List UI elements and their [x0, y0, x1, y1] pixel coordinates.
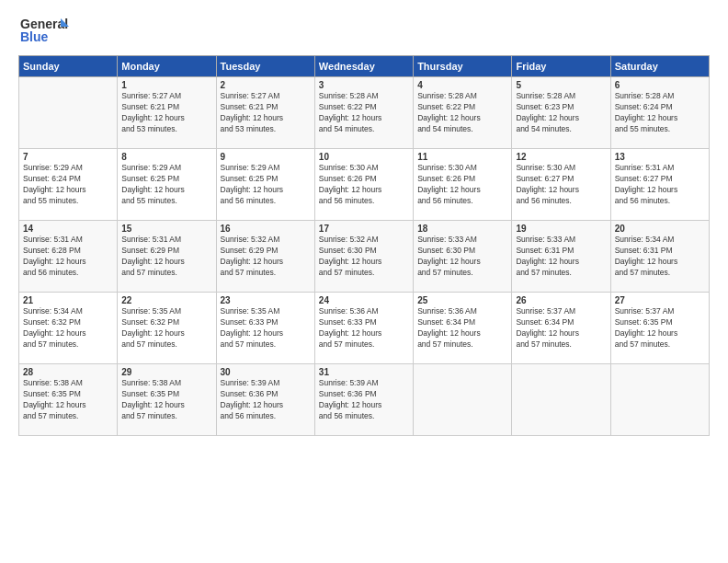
day-info: Sunrise: 5:27 AM Sunset: 6:21 PM Dayligh…: [121, 91, 211, 135]
day-number: 22: [121, 295, 211, 305]
day-number: 25: [417, 295, 507, 305]
day-number: 29: [121, 367, 211, 377]
day-number: 26: [516, 295, 606, 305]
day-cell: 29Sunrise: 5:38 AM Sunset: 6:35 PM Dayli…: [118, 364, 216, 436]
day-cell: 8Sunrise: 5:29 AM Sunset: 6:25 PM Daylig…: [118, 149, 216, 221]
day-info: Sunrise: 5:39 AM Sunset: 6:36 PM Dayligh…: [319, 378, 409, 422]
day-number: 1: [121, 80, 211, 90]
day-number: 21: [23, 295, 113, 305]
day-cell: 9Sunrise: 5:29 AM Sunset: 6:25 PM Daylig…: [216, 149, 314, 221]
day-number: 5: [516, 80, 606, 90]
day-cell: [610, 364, 709, 436]
day-number: 24: [319, 295, 409, 305]
day-info: Sunrise: 5:38 AM Sunset: 6:35 PM Dayligh…: [23, 378, 113, 422]
day-cell: 5Sunrise: 5:28 AM Sunset: 6:23 PM Daylig…: [512, 77, 610, 149]
svg-text:Blue: Blue: [20, 29, 49, 44]
week-row-3: 14Sunrise: 5:31 AM Sunset: 6:28 PM Dayli…: [19, 221, 710, 293]
day-cell: 7Sunrise: 5:29 AM Sunset: 6:24 PM Daylig…: [19, 149, 118, 221]
day-number: 7: [23, 152, 113, 162]
day-number: 9: [221, 152, 311, 162]
day-cell: 28Sunrise: 5:38 AM Sunset: 6:35 PM Dayli…: [19, 364, 118, 436]
day-info: Sunrise: 5:36 AM Sunset: 6:33 PM Dayligh…: [319, 306, 409, 350]
day-cell: 18Sunrise: 5:33 AM Sunset: 6:30 PM Dayli…: [414, 221, 512, 293]
day-cell: 10Sunrise: 5:30 AM Sunset: 6:26 PM Dayli…: [314, 149, 413, 221]
day-cell: [512, 364, 610, 436]
day-info: Sunrise: 5:31 AM Sunset: 6:29 PM Dayligh…: [121, 235, 211, 279]
day-cell: 24Sunrise: 5:36 AM Sunset: 6:33 PM Dayli…: [314, 293, 413, 364]
day-info: Sunrise: 5:31 AM Sunset: 6:28 PM Dayligh…: [23, 235, 113, 279]
logo-svg: GeneralBlue: [18, 14, 74, 46]
day-number: 28: [23, 367, 113, 377]
day-number: 3: [319, 80, 409, 90]
day-cell: 13Sunrise: 5:31 AM Sunset: 6:27 PM Dayli…: [610, 149, 709, 221]
day-number: 17: [319, 224, 409, 234]
day-number: 11: [417, 152, 507, 162]
header-cell-wednesday: Wednesday: [314, 56, 413, 77]
day-cell: 25Sunrise: 5:36 AM Sunset: 6:34 PM Dayli…: [414, 293, 512, 364]
header-row: SundayMondayTuesdayWednesdayThursdayFrid…: [19, 56, 710, 77]
day-number: 23: [221, 295, 311, 305]
day-cell: 12Sunrise: 5:30 AM Sunset: 6:27 PM Dayli…: [512, 149, 610, 221]
day-number: 20: [615, 224, 705, 234]
day-info: Sunrise: 5:28 AM Sunset: 6:22 PM Dayligh…: [417, 91, 507, 135]
day-info: Sunrise: 5:34 AM Sunset: 6:32 PM Dayligh…: [23, 306, 113, 350]
day-number: 12: [516, 152, 606, 162]
day-cell: 22Sunrise: 5:35 AM Sunset: 6:32 PM Dayli…: [118, 293, 216, 364]
day-info: Sunrise: 5:33 AM Sunset: 6:31 PM Dayligh…: [516, 235, 606, 279]
week-row-5: 28Sunrise: 5:38 AM Sunset: 6:35 PM Dayli…: [19, 364, 710, 436]
header: GeneralBlue: [18, 14, 710, 46]
day-cell: 4Sunrise: 5:28 AM Sunset: 6:22 PM Daylig…: [414, 77, 512, 149]
day-cell: 23Sunrise: 5:35 AM Sunset: 6:33 PM Dayli…: [216, 293, 314, 364]
day-info: Sunrise: 5:37 AM Sunset: 6:35 PM Dayligh…: [615, 306, 705, 350]
day-cell: 11Sunrise: 5:30 AM Sunset: 6:26 PM Dayli…: [414, 149, 512, 221]
day-info: Sunrise: 5:37 AM Sunset: 6:34 PM Dayligh…: [516, 306, 606, 350]
day-cell: 27Sunrise: 5:37 AM Sunset: 6:35 PM Dayli…: [610, 293, 709, 364]
day-number: 31: [319, 367, 409, 377]
day-info: Sunrise: 5:30 AM Sunset: 6:26 PM Dayligh…: [417, 163, 507, 207]
header-cell-tuesday: Tuesday: [216, 56, 314, 77]
day-info: Sunrise: 5:39 AM Sunset: 6:36 PM Dayligh…: [221, 378, 311, 422]
day-info: Sunrise: 5:38 AM Sunset: 6:35 PM Dayligh…: [121, 378, 211, 422]
day-number: 8: [121, 152, 211, 162]
day-info: Sunrise: 5:28 AM Sunset: 6:23 PM Dayligh…: [516, 91, 606, 135]
day-cell: 21Sunrise: 5:34 AM Sunset: 6:32 PM Dayli…: [19, 293, 118, 364]
day-number: 13: [615, 152, 705, 162]
day-cell: 17Sunrise: 5:32 AM Sunset: 6:30 PM Dayli…: [314, 221, 413, 293]
header-cell-thursday: Thursday: [414, 56, 512, 77]
day-cell: 19Sunrise: 5:33 AM Sunset: 6:31 PM Dayli…: [512, 221, 610, 293]
day-number: 27: [615, 295, 705, 305]
day-cell: 20Sunrise: 5:34 AM Sunset: 6:31 PM Dayli…: [610, 221, 709, 293]
week-row-4: 21Sunrise: 5:34 AM Sunset: 6:32 PM Dayli…: [19, 293, 710, 364]
day-info: Sunrise: 5:29 AM Sunset: 6:25 PM Dayligh…: [221, 163, 311, 207]
day-info: Sunrise: 5:30 AM Sunset: 6:26 PM Dayligh…: [319, 163, 409, 207]
logo: GeneralBlue: [18, 14, 74, 46]
day-info: Sunrise: 5:29 AM Sunset: 6:24 PM Dayligh…: [23, 163, 113, 207]
day-number: 18: [417, 224, 507, 234]
day-cell: 26Sunrise: 5:37 AM Sunset: 6:34 PM Dayli…: [512, 293, 610, 364]
day-info: Sunrise: 5:33 AM Sunset: 6:30 PM Dayligh…: [417, 235, 507, 279]
day-cell: 3Sunrise: 5:28 AM Sunset: 6:22 PM Daylig…: [314, 77, 413, 149]
day-cell: 31Sunrise: 5:39 AM Sunset: 6:36 PM Dayli…: [314, 364, 413, 436]
day-info: Sunrise: 5:32 AM Sunset: 6:29 PM Dayligh…: [221, 235, 311, 279]
day-number: 16: [221, 224, 311, 234]
day-cell: 14Sunrise: 5:31 AM Sunset: 6:28 PM Dayli…: [19, 221, 118, 293]
day-info: Sunrise: 5:35 AM Sunset: 6:33 PM Dayligh…: [221, 306, 311, 350]
day-info: Sunrise: 5:30 AM Sunset: 6:27 PM Dayligh…: [516, 163, 606, 207]
week-row-1: 1Sunrise: 5:27 AM Sunset: 6:21 PM Daylig…: [19, 77, 710, 149]
day-number: 14: [23, 224, 113, 234]
day-info: Sunrise: 5:27 AM Sunset: 6:21 PM Dayligh…: [221, 91, 311, 135]
week-row-2: 7Sunrise: 5:29 AM Sunset: 6:24 PM Daylig…: [19, 149, 710, 221]
day-cell: 6Sunrise: 5:28 AM Sunset: 6:24 PM Daylig…: [610, 77, 709, 149]
day-cell: [19, 77, 118, 149]
day-cell: [414, 364, 512, 436]
day-info: Sunrise: 5:34 AM Sunset: 6:31 PM Dayligh…: [615, 235, 705, 279]
day-info: Sunrise: 5:35 AM Sunset: 6:32 PM Dayligh…: [121, 306, 211, 350]
calendar-table: SundayMondayTuesdayWednesdayThursdayFrid…: [18, 55, 710, 436]
day-cell: 1Sunrise: 5:27 AM Sunset: 6:21 PM Daylig…: [118, 77, 216, 149]
header-cell-friday: Friday: [512, 56, 610, 77]
day-cell: 16Sunrise: 5:32 AM Sunset: 6:29 PM Dayli…: [216, 221, 314, 293]
day-number: 6: [615, 80, 705, 90]
day-info: Sunrise: 5:32 AM Sunset: 6:30 PM Dayligh…: [319, 235, 409, 279]
day-number: 4: [417, 80, 507, 90]
header-cell-sunday: Sunday: [19, 56, 118, 77]
